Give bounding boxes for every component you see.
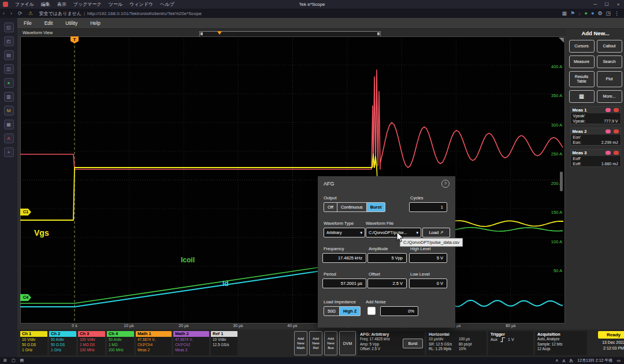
afg-badge[interactable]: AFG: Arbitrary Freq: 17.4825 kHz Amp: 5 …	[358, 331, 425, 355]
amplitude-input[interactable]: 5 Vpp	[367, 253, 407, 263]
horizontal-badge[interactable]: Horizontal 10 µs/div100 µs SR: 12.5 GS/s…	[426, 331, 486, 355]
os-menu-file[interactable]: ファイル	[12, 1, 38, 8]
cycles-input[interactable]: 1	[409, 202, 447, 212]
ch4-badge[interactable]: Ch 4 50 A/div 1 MΩ 200 MHz	[107, 331, 134, 355]
close-icon[interactable]: ×	[612, 2, 624, 7]
notification-icon[interactable]: ▭	[616, 358, 621, 363]
panel-icon-8[interactable]: ▦	[4, 120, 14, 129]
settings-gear-icon[interactable]: ⚙	[597, 10, 602, 16]
output-burst-button[interactable]: Burst	[366, 202, 386, 212]
panel-icon-6[interactable]: ▥	[4, 92, 14, 102]
measure-button[interactable]: Measure	[569, 55, 595, 68]
callout-button[interactable]: Callout	[597, 40, 622, 53]
record-view-left-handle[interactable]	[200, 32, 203, 35]
panel-icon-5[interactable]: ●	[4, 78, 14, 88]
output-continuous-button[interactable]: Continuous	[337, 202, 367, 212]
add-new-ref-button[interactable]: Add New Ref	[309, 331, 322, 355]
add-new-math-button[interactable]: Add New Math	[294, 331, 307, 355]
start-button-icon[interactable]: ⊞	[3, 358, 7, 363]
math1-badge[interactable]: Math 1 47.6674 V.. Ch3*Ch4 Meas 2	[136, 331, 172, 355]
frequency-input[interactable]: 17.4825 kHz	[322, 253, 366, 263]
os-menu-view[interactable]: 表示	[54, 1, 70, 8]
meas3-badge[interactable]: Meas 3 Eoff' Eoff: 1.660 mJ	[570, 149, 621, 167]
high-level-input[interactable]: 5 V	[409, 253, 447, 263]
meas2-key: Eon:	[573, 140, 581, 144]
expand-corner-icon[interactable]	[559, 38, 564, 43]
taskbar-app-icon[interactable]: ▢	[12, 358, 16, 363]
ref1-badge[interactable]: Ref 1 10 V/div 12.5 GS/s	[211, 331, 237, 355]
os-menu-edit[interactable]: 編集	[38, 1, 54, 8]
add-noise-checkbox[interactable]	[367, 307, 376, 315]
meas1-badge[interactable]: Meas 1 Vpeak' Vpeak: 777.9 V	[570, 106, 621, 124]
record-view-trigger-marker[interactable]	[217, 31, 222, 35]
file-explorer-icon[interactable]: ▤	[20, 358, 24, 363]
add-new-bus-line: New	[325, 341, 337, 346]
noise-percent-input[interactable]: 0%	[380, 306, 418, 316]
ch3-badge[interactable]: Ch 3 100 V/div 1 MΩ DS 100 MHz	[78, 331, 105, 355]
histogram-icon-button[interactable]: ▦	[569, 90, 595, 103]
low-level-input[interactable]: 0 V	[409, 278, 447, 288]
impedance-50ohm-button[interactable]: 50Ω	[324, 306, 340, 316]
os-menu-help[interactable]: ヘルプ	[157, 1, 178, 8]
panel-icon-2[interactable]: ◰	[4, 36, 14, 46]
panel-resize-handle[interactable]	[560, 172, 563, 191]
acquisition-badge[interactable]: Acquisition Auto, Analyze Sample: 12 bit…	[535, 331, 587, 355]
panel-icon-3[interactable]: ▤	[4, 50, 14, 60]
impedance-highz-button[interactable]: High Z	[339, 306, 361, 316]
plot-button[interactable]: Plot	[597, 71, 622, 87]
ch2-badge[interactable]: Ch 2 50 A/div 50 Ω DS 1 GHz	[49, 331, 76, 355]
add-new-bus-button[interactable]: Add New Bus	[324, 331, 337, 355]
scope-menu-file[interactable]: File	[17, 20, 38, 26]
maximize-icon[interactable]: ☐	[601, 2, 612, 7]
load-button[interactable]: Load ↗	[422, 228, 450, 237]
results-table-button[interactable]: Results Table	[569, 71, 595, 87]
more-button[interactable]: More...	[597, 90, 622, 103]
output-off-button[interactable]: Off	[324, 202, 337, 212]
taskbar-datetime[interactable]: 12月13日 2:12 午後	[577, 358, 612, 363]
meas2-badge[interactable]: Meas 2 Eon' Eon: 2.299 mJ	[570, 128, 621, 146]
address-bar[interactable]: http://192.168.0.101/Tektronix#/client/c…	[87, 11, 202, 16]
download-icon[interactable]: ↓	[578, 10, 581, 16]
search-button[interactable]: Search	[597, 55, 622, 68]
panel-icon-9[interactable]: A	[4, 133, 14, 143]
ch1-badge[interactable]: Ch 1 10 V/div 50 Ω DS 1 GHz	[20, 331, 47, 355]
url-separator: |	[84, 11, 85, 16]
menu-dots-icon[interactable]: ⋮	[614, 10, 619, 16]
meas3-name: Meas 3	[573, 150, 587, 155]
account-icon[interactable]: ●	[591, 10, 594, 16]
panel-icon-10[interactable]: +	[4, 147, 14, 157]
waveform-file-select[interactable]: C:/QorvoDPT/pulse... ▾	[366, 228, 421, 237]
panel-icon-4[interactable]: ◫	[4, 64, 14, 74]
ime-mode-a[interactable]: A	[562, 359, 565, 363]
panel-icon-1[interactable]: ◱	[4, 23, 14, 32]
waveform-type-select[interactable]: Arbitrary ▾	[324, 228, 365, 237]
scope-menu-edit[interactable]: Edit	[38, 20, 60, 26]
scope-menu-help[interactable]: Help	[84, 20, 106, 26]
cursors-button[interactable]: Cursors	[569, 40, 595, 53]
bookmark-flag-icon[interactable]: ⚑	[570, 10, 575, 16]
trigger-badge[interactable]: Trigger Aux 1 V	[488, 331, 533, 355]
scope-menu-utility[interactable]: Utility	[59, 20, 84, 26]
os-menu-window[interactable]: ウィンドウ	[126, 1, 157, 8]
profile-icon[interactable]: ●	[585, 10, 588, 16]
tab-grid-icon[interactable]: ▦	[562, 10, 567, 16]
minimize-icon[interactable]: ─	[589, 2, 601, 7]
ime-mode-kana[interactable]: あ	[569, 358, 573, 363]
afg-burst-button[interactable]: Burst	[403, 339, 423, 348]
tray-caret-icon[interactable]: ∧	[555, 358, 558, 363]
offset-input[interactable]: 2.5 V	[367, 278, 407, 288]
record-view-right-handle[interactable]	[377, 32, 380, 35]
os-menu-tools[interactable]: ツール	[105, 1, 126, 8]
extensions-puzzle-icon[interactable]: ◳	[606, 10, 611, 16]
os-menu-bookmarks[interactable]: ブックマーク	[70, 1, 105, 8]
waveform-graticule[interactable]: 400 A 350 A 300 A 250 A 200 A 150 A 100 …	[20, 36, 565, 324]
dvm-button[interactable]: DVM	[339, 331, 356, 355]
forward-icon[interactable]: ›	[8, 10, 15, 16]
back-icon[interactable]: ‹	[0, 10, 8, 16]
reload-icon[interactable]: ⟳	[15, 10, 25, 16]
period-input[interactable]: 57.2001 µs	[322, 278, 366, 288]
ref1-scale: 10 V/div	[211, 337, 237, 342]
math2-badge[interactable]: Math 2 47.6674 V.. Ch3*Ch2 Meas 3	[173, 331, 209, 355]
help-icon[interactable]: ?	[441, 180, 450, 188]
panel-icon-7[interactable]: M	[4, 106, 14, 116]
